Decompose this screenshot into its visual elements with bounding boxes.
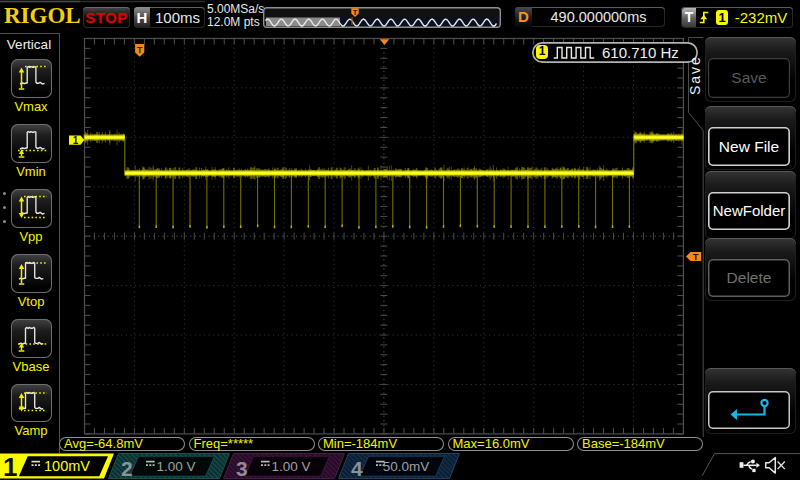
svg-text:3: 3 [236,457,248,480]
svg-text:T: T [353,8,358,17]
svg-text:T: T [693,251,699,262]
svg-text:1: 1 [3,452,17,480]
svg-text:1.00 V: 1.00 V [271,459,310,474]
svg-text:50.0mV: 50.0mV [383,459,430,474]
svg-text:1: 1 [73,135,79,146]
svg-text:1.00 V: 1.00 V [156,459,195,474]
svg-text:4: 4 [351,457,363,480]
svg-text:T: T [137,45,143,55]
svg-text:2: 2 [121,457,133,480]
svg-text:100mV: 100mV [44,458,90,474]
